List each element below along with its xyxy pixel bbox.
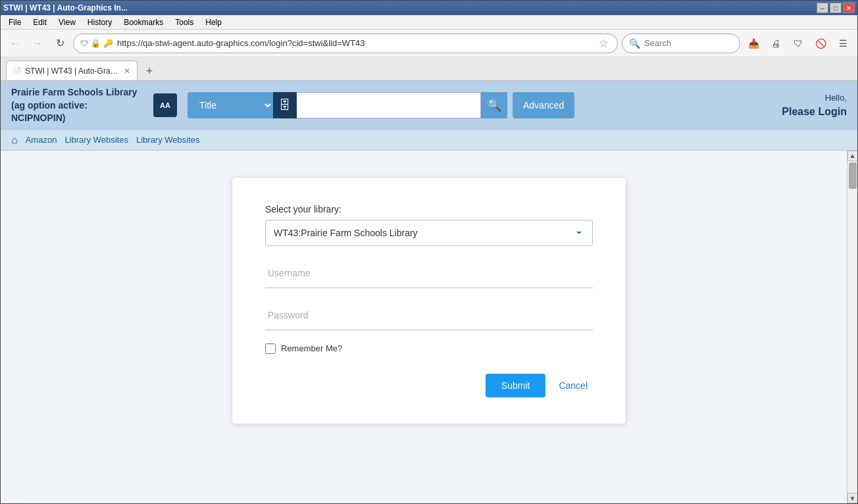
library-title: Prairie Farm Schools Library (ag option …	[11, 86, 143, 125]
tab-favicon: 📄	[13, 67, 21, 74]
menu-bookmarks[interactable]: Bookmarks	[118, 16, 168, 28]
form-actions: Submit Cancel	[265, 374, 593, 397]
print-icon[interactable]: 🖨	[767, 34, 785, 53]
search-go-icon: 🔍	[487, 98, 501, 113]
main-content: Select your library: WT43:Prairie Farm S…	[1, 151, 857, 503]
forward-button[interactable]: →	[28, 34, 47, 53]
cancel-button[interactable]: Cancel	[553, 374, 593, 397]
scroll-down-arrow[interactable]: ▼	[847, 493, 858, 503]
database-icon: 🗄	[279, 99, 291, 113]
search-type-select[interactable]: Title Author Subject Keyword	[188, 92, 273, 118]
menu-edit[interactable]: Edit	[28, 16, 52, 28]
nav-link-amazon[interactable]: Amazon	[26, 135, 57, 145]
lock-icon: 🔒	[91, 39, 101, 48]
remember-row: Remember Me?	[265, 343, 593, 354]
back-button[interactable]: ←	[6, 34, 24, 53]
window-controls: – □ ✕	[817, 3, 855, 13]
extension-icon[interactable]: 🛡	[789, 34, 807, 53]
login-card: Select your library: WT43:Prairie Farm S…	[232, 177, 626, 424]
menu-file[interactable]: File	[3, 16, 26, 28]
tab-bar: 📄 STWI | WT43 | Auto-Graphics In... ✕ +	[1, 57, 857, 81]
address-bar-icons: 🛡 🔒 🔑	[80, 39, 113, 48]
search-text-input[interactable]	[297, 92, 481, 118]
nav-link-library-websites-1[interactable]: Library Websites	[64, 135, 128, 145]
remember-me-label: Remember Me?	[281, 343, 342, 353]
advanced-search-button[interactable]: Advanced	[513, 92, 574, 118]
menu-bar: File Edit View History Bookmarks Tools H…	[1, 15, 857, 30]
logo-icon: AA	[153, 93, 177, 117]
select-library-label: Select your library:	[265, 204, 593, 214]
key-icon: 🔑	[103, 39, 113, 48]
please-login-link[interactable]: Please Login	[782, 104, 847, 120]
scroll-thumb[interactable]	[849, 163, 857, 189]
title-bar: STWI | WT43 | Auto-Graphics In... – □ ✕	[1, 1, 857, 15]
scrollbar[interactable]: ▲ ▼	[847, 151, 857, 503]
nav-bar: ⌂ Amazon Library Websites Library Websit…	[1, 130, 857, 151]
home-icon[interactable]: ⌂	[11, 134, 18, 146]
shield-icon: 🛡	[80, 39, 88, 48]
nav-link-library-websites-2[interactable]: Library Websites	[136, 135, 200, 145]
tab-close-button[interactable]: ✕	[124, 66, 130, 76]
app-header: Prairie Farm Schools Library (ag option …	[1, 81, 857, 130]
remember-me-checkbox[interactable]	[265, 343, 276, 354]
browser-toolbar: ← → ↻ 🛡 🔒 🔑 ☆ 🔍 📥 🖨 🛡 🚫 ☰	[1, 30, 857, 57]
menu-view[interactable]: View	[53, 16, 81, 28]
bookmark-star-icon[interactable]: ☆	[596, 37, 611, 49]
toolbar-icons: 📥 🖨 🛡 🚫 ☰	[744, 34, 852, 53]
address-bar: 🛡 🔒 🔑 ☆	[73, 34, 618, 53]
username-input[interactable]	[265, 259, 593, 288]
tab-label: STWI | WT43 | Auto-Graphics In...	[25, 66, 120, 76]
search-bar-group: Title Author Subject Keyword 🗄 🔍 Advance…	[188, 92, 771, 118]
pocket-icon[interactable]: 📥	[744, 34, 763, 53]
search-icon: 🔍	[629, 38, 640, 49]
refresh-button[interactable]: ↻	[51, 34, 69, 53]
browser-search-input[interactable]	[644, 38, 723, 48]
browser-search-box: 🔍	[622, 34, 740, 53]
logo-text: AA	[160, 101, 170, 109]
adblock-icon[interactable]: 🚫	[811, 34, 830, 53]
database-icon-button[interactable]: 🗄	[273, 92, 297, 118]
minimize-button[interactable]: –	[817, 3, 828, 13]
library-select[interactable]: WT43:Prairie Farm Schools Library	[265, 220, 593, 246]
menu-icon[interactable]: ☰	[834, 34, 852, 53]
hello-text: Hello,	[782, 91, 847, 105]
password-input[interactable]	[265, 301, 593, 330]
submit-button[interactable]: Submit	[486, 374, 546, 397]
menu-history[interactable]: History	[82, 16, 117, 28]
url-input[interactable]	[117, 38, 592, 48]
active-tab[interactable]: 📄 STWI | WT43 | Auto-Graphics In... ✕	[6, 61, 138, 80]
window-title: STWI | WT43 | Auto-Graphics In...	[3, 3, 128, 13]
new-tab-button[interactable]: +	[140, 62, 159, 80]
search-go-button[interactable]: 🔍	[481, 92, 507, 118]
menu-tools[interactable]: Tools	[170, 16, 199, 28]
menu-help[interactable]: Help	[200, 16, 227, 28]
maximize-button[interactable]: □	[830, 3, 842, 13]
hello-section: Hello, Please Login	[782, 91, 847, 120]
close-button[interactable]: ✕	[843, 3, 855, 13]
scroll-up-arrow[interactable]: ▲	[847, 151, 858, 161]
